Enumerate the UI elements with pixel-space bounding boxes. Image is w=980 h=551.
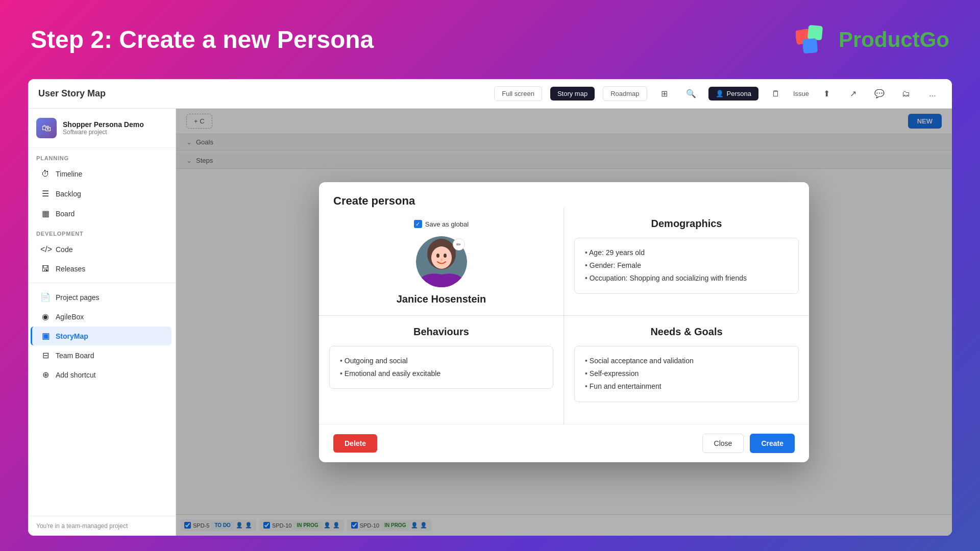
story-map-button[interactable]: Story map [550,87,595,101]
sidebar-item-timeline-label: Timeline [56,170,82,178]
sidebar-footer: You're in a team-managed project [28,516,176,536]
behaviours-card: Outgoing and social Emotional and easily… [329,346,553,389]
app-container: User Story Map Full screen Story map Roa… [28,79,952,536]
project-type: Software project [63,129,144,136]
search-icon-button[interactable]: 🔍 [682,85,700,103]
demographics-item-2: Occupation: Shopping and socializing wit… [585,272,788,285]
needs-item-0: Social acceptance and validation [585,355,788,367]
sidebar-item-team-board[interactable]: ⊟ Team Board [32,346,172,365]
sidebar-item-releases[interactable]: 🖫 Releases [32,260,172,278]
avatar-edit-button[interactable]: ✏ [453,238,465,251]
sidebar-project: 🛍 Shopper Persona Demo Software project [28,109,176,148]
sidebar-item-backlog[interactable]: ☰ Backlog [32,184,172,203]
needs-goals-quadrant: Needs & Goals Social acceptance and vali… [564,316,809,424]
persona-button[interactable]: 👤 Persona [708,87,758,101]
svg-point-6 [431,246,452,269]
sidebar-item-board[interactable]: ▦ Board [32,204,172,223]
sidebar-item-backlog-label: Backlog [56,190,81,198]
persona-label: Persona [727,90,751,97]
demographics-list: Age: 29 years old Gender: Female Occupat… [585,246,788,285]
footer-right: Close Create [702,434,795,453]
code-icon: </> [40,245,51,254]
main-content: + C NEW ⌄ Goals ⌄ Steps SPD-5 TO DO 👤 👤 [176,109,952,536]
save-global-area: ✓ Save as global [414,220,469,228]
sidebar-item-code-label: Code [56,245,72,254]
top-banner: Step 2: Create a new Persona ProductGo [0,0,980,79]
persona-avatar-area: ✓ Save as global [397,220,486,305]
fullscreen-button[interactable]: Full screen [494,86,542,101]
upload-icon-button[interactable]: ⬆ [817,85,836,103]
svg-point-8 [444,254,447,258]
persona-avatar-quadrant: ✓ Save as global [319,208,564,316]
sidebar: 🛍 Shopper Persona Demo Software project … [28,109,176,536]
sidebar-item-code[interactable]: </> Code [32,240,172,259]
modal-overlay: Create persona ✓ Save as global [176,109,952,536]
persona-avatar-container: ✏ [416,236,467,287]
issue-icon-button[interactable]: 🗒 [767,85,785,103]
svg-point-9 [440,259,443,261]
needs-card: Social acceptance and validation Self-ex… [574,346,799,402]
sidebar-item-timeline[interactable]: ⏱ Timeline [32,165,172,183]
needs-title: Needs & Goals [650,326,722,338]
banner-title: Step 2: Create a new Persona [31,26,374,54]
add-shortcut-icon: ⊕ [40,370,51,380]
project-info: Shopper Persona Demo Software project [63,120,144,136]
behaviours-item-0: Outgoing and social [340,355,543,367]
sidebar-item-storymap[interactable]: ▣ StoryMap [31,327,172,345]
behaviours-list: Outgoing and social Emotional and easily… [340,355,543,380]
planning-label: PLANNING [28,148,176,164]
board-icon: ▦ [40,209,51,218]
storymap-icon: ▣ [40,331,51,341]
demographics-item-0: Age: 29 years old [585,246,788,259]
issue-label: Issue [793,90,809,97]
more-icon-button[interactable]: ... [923,85,942,103]
demographics-title: Demographics [651,218,722,230]
sidebar-item-project-pages[interactable]: 📄 Project pages [32,288,172,307]
project-icon: 🛍 [36,118,57,138]
needs-item-2: Fun and entertainment [585,380,788,393]
archive-icon-button[interactable]: 🗂 [897,85,915,103]
sidebar-item-add-shortcut-label: Add shortcut [56,371,96,379]
behaviours-quadrant: Behaviours Outgoing and social Emotional… [319,316,564,424]
behaviours-item-1: Emotional and easily excitable [340,367,543,380]
svg-rect-1 [807,24,823,40]
sidebar-item-board-label: Board [56,210,75,218]
sidebar-item-team-board-label: Team Board [56,352,94,360]
needs-list: Social acceptance and validation Self-ex… [585,355,788,393]
logo-area: ProductGo [796,24,949,55]
roadmap-button[interactable]: Roadmap [603,86,647,101]
app-body: 🛍 Shopper Persona Demo Software project … [28,109,952,536]
product-go-logo-icon [796,24,832,55]
backlog-icon: ☰ [40,189,51,198]
svg-point-7 [436,254,439,258]
team-board-icon: ⊟ [40,350,51,360]
persona-name: Janice Hosenstein [397,293,486,305]
sidebar-item-agilebox[interactable]: ◉ AgileBox [32,307,172,326]
timeline-icon: ⏱ [40,169,51,179]
close-button[interactable]: Close [702,434,744,453]
share-icon-button[interactable]: ↗ [844,85,862,103]
create-persona-modal: Create persona ✓ Save as global [319,182,809,462]
svg-rect-2 [802,38,818,53]
behaviours-title: Behaviours [413,326,469,338]
header-title: User Story Map [38,88,486,99]
app-header: User Story Map Full screen Story map Roa… [28,79,952,109]
project-pages-icon: 📄 [40,292,51,302]
grid-icon-button[interactable]: ⊞ [655,85,674,103]
chat-icon-button[interactable]: 💬 [870,85,889,103]
project-name: Shopper Persona Demo [63,120,144,129]
save-global-label: Save as global [425,220,469,228]
modal-footer: Delete Close Create [319,424,809,462]
sidebar-item-agilebox-label: AgileBox [56,313,84,321]
demographics-item-1: Gender: Female [585,259,788,272]
logo-text: ProductGo [839,28,949,52]
sidebar-item-add-shortcut[interactable]: ⊕ Add shortcut [32,365,172,384]
create-button[interactable]: Create [750,434,795,453]
save-global-checkbox[interactable]: ✓ [414,220,422,228]
delete-button[interactable]: Delete [333,434,377,453]
demographics-quadrant: Demographics Age: 29 years old Gender: F… [564,208,809,316]
persona-icon: 👤 [716,90,724,97]
sidebar-item-releases-label: Releases [56,265,85,273]
needs-item-1: Self-expression [585,367,788,380]
demographics-card: Age: 29 years old Gender: Female Occupat… [574,238,799,294]
